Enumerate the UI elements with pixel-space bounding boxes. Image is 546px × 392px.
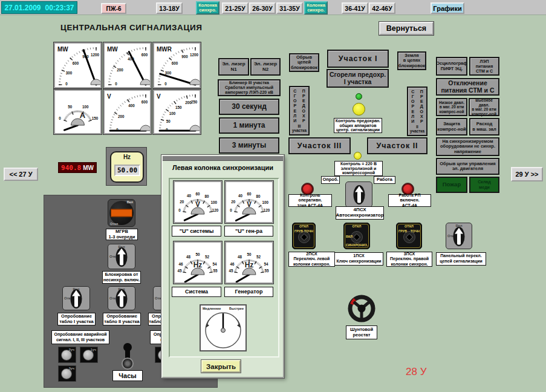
vertical-text-col: С Г О Р Е Л И [293,89,296,123]
top-toolbar: 27.01.2009 00:23:37 ПЖ-6 13-18У Колонка … [0,0,546,15]
svg-text:60: 60 [247,192,252,196]
speed-balance-dial[interactable]: Медленнее Быстрее [200,304,247,351]
close-dialog-button[interactable]: Закрыть [201,360,241,373]
selector-coarse-label: ГРУБ [294,229,303,233]
svg-text:46: 46 [179,262,184,266]
return-button[interactable]: Вернуться [379,22,434,35]
svg-text:120: 120 [264,208,270,212]
next-panel-button[interactable]: 29 У >> [511,167,543,181]
prev-panel-button[interactable]: << 27 У [4,168,38,181]
dialog-top-strip [163,156,283,161]
svg-text:Hz: Hz [245,261,254,269]
fire-lamp: Пожар [436,177,467,193]
svg-text:0: 0 [230,208,232,212]
svg-text:V: V [107,93,111,100]
svg-text:40: 40 [238,194,243,198]
selector-on-label: ВКЛ [346,235,353,238]
mw-digital-display: 940.8 MW [58,162,97,173]
knob-on-label: Вкл [127,200,133,204]
meter-volt-2: 050100150200250V [153,90,201,134]
shunt-rheostat-wheel[interactable] [347,294,376,323]
svg-text:A: A [80,111,86,120]
blinker-tile: Блинкер III участка Сработал импульсный … [218,79,281,96]
pzh-6-button[interactable]: ПЖ-6 [101,3,126,14]
selector-fine-label: ТОЧН [304,229,313,233]
group-42-46u-button[interactable]: 42-46У [369,2,395,14]
svg-text:60: 60 [195,192,200,196]
lamp-lens [61,368,72,379]
panel-signal-switch[interactable]: Вкл Отк [446,223,472,249]
timer-30s-button[interactable]: 30 секунд [219,99,279,115]
vertical-text-foot: II участка [410,125,424,133]
selector-fine-label: ТОЧН [411,229,420,233]
svg-text:100: 100 [169,111,176,116]
psx2-selector-switch[interactable]: ОТКЛ ГРУБ ТОЧН [292,223,316,249]
svg-text:600: 600 [172,61,178,65]
psx1-sync-key-switch[interactable]: ОТКЛ ВКЛ СИНХРОНИЗ. [343,223,370,249]
timer-3min-button[interactable]: 3 минуты [219,137,279,154]
svg-text:600: 600 [73,61,79,65]
interlock-break-tile: Обрыв цепей блокировок [289,53,319,72]
group-26-30u-button[interactable]: 26-30У [249,2,276,14]
test-board-1-switch[interactable]: Вкл Отк [62,286,90,310]
sync-column-right-button[interactable]: Колонка синхро. [304,1,328,15]
fuses-blown-3-tile: С Г О Р Е Л И П Р Е Д О Х Р III участка [289,86,310,136]
meter-mw-1: 03006009001200MW [54,42,102,88]
graphs-button[interactable]: Графики [431,2,464,14]
svg-text:45: 45 [177,269,182,273]
svg-text:Hz: Hz [193,261,203,269]
fuses-blown-2-tile: С Г О Р Е Л И П Р Е Д О Х Р II участка [407,87,427,136]
test-board-2-switch[interactable]: Вкл Отк [108,286,135,310]
lamp-lens [61,350,72,361]
hz-panel: Hz 50.00 [106,147,147,186]
vertical-text-col: П Р Е Д О Х Р [420,90,423,124]
knob-off-label: Откл [110,222,118,226]
mgrv-rotary-knob[interactable]: Вкл Откл [108,199,135,227]
psx3-selector-switch[interactable]: ОТКЛ ГРУБ ТОЧН [396,223,422,249]
svg-text:600: 600 [141,53,148,57]
group-31-35u-button[interactable]: 31-35У [276,2,303,14]
timer-1min-button[interactable]: 1 минута [219,117,279,134]
group-13-18u-button[interactable]: 13-18У [156,2,183,14]
time-text: 00:23:37 [45,4,74,12]
datetime-display: 27.01.2009 00:23:37 [1,1,77,14]
group-21-25u-button[interactable]: 21-25У [222,2,249,14]
clock-toggle-switch[interactable] [119,344,136,370]
svg-text:20: 20 [231,200,236,204]
svg-text:0: 0 [164,82,167,86]
section-3-button[interactable]: Участок III [288,137,351,154]
meter-u-generator: 020406080100120V [225,181,273,223]
lamp-button-3u[interactable]: 3уч [58,365,76,382]
dial-gauge-icon [201,305,245,350]
toggle-base [122,358,134,370]
sync-column-left-button[interactable]: Колонка синхро. [196,1,219,15]
flow-machine-hall-tile: Расход в маш. зал [469,118,499,136]
group-36-41u-button[interactable]: 36-41У [342,2,368,14]
svg-text:600: 600 [141,100,148,104]
panel-switch-label: Панельный перекл. цепей сигнализации [436,252,486,266]
steering-wheel-icon [347,294,376,323]
svg-text:100: 100 [210,200,217,204]
hz-unit-label: Hz [111,154,143,160]
lamp-button-1u[interactable]: 1уч [80,347,98,363]
vertical-text-foot: III участка [292,124,307,132]
svg-text:150: 150 [92,116,99,120]
section-1-button[interactable]: Участок I [327,50,389,68]
svg-text:200: 200 [118,114,125,119]
rp-on-label: Работа РП включен. АСТ-4А [388,194,431,207]
meter-mwr: 03006009001200MWR [153,42,201,88]
autosync-switch[interactable] [345,181,372,207]
switch-arrow-up-icon [455,227,463,245]
yellow-indicator-large [353,103,365,116]
lamp-button-2u[interactable]: 2уч [58,347,76,363]
faster-label: Быстрее [229,307,244,310]
blocking-switch[interactable]: Вкл Отк [108,244,135,269]
svg-text:0: 0 [178,208,181,212]
svg-text:250: 250 [191,100,198,104]
u-system-label: "U" системы [172,226,221,237]
test-mode-label: Опроб. [321,176,340,184]
meter-mw-2: 0200400600MW [103,42,151,88]
lamp-lens [83,350,94,361]
section-2-button[interactable]: Участок II [367,137,427,154]
fuses-blown-1-tile: Сгорели предохр. I участка [327,69,389,88]
